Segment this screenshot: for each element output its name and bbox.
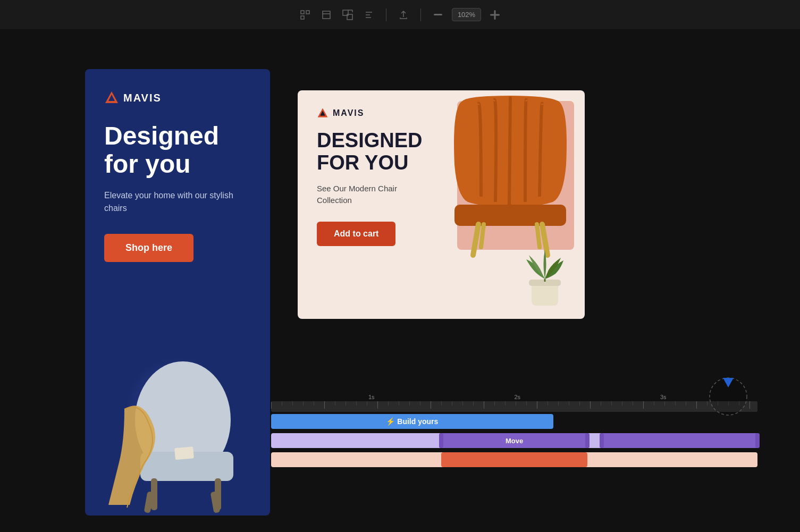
- track-row-orange: [271, 451, 757, 468]
- move-label: Move: [506, 437, 523, 445]
- move-track-end[interactable]: [602, 433, 757, 448]
- track-row-build-yours: ⚡ Build yours: [271, 413, 757, 430]
- svg-rect-19: [174, 446, 194, 460]
- track-row-move: Move: [271, 432, 757, 449]
- playhead-cursor: [707, 375, 750, 418]
- track-handle-right[interactable]: [585, 433, 590, 448]
- canvas-area: MAVIS Designed for you Elevate your home…: [0, 29, 800, 532]
- svg-rect-26: [454, 205, 566, 226]
- svg-rect-37: [271, 401, 757, 412]
- chair-image-vertical: [85, 292, 270, 516]
- svg-rect-1: [306, 11, 309, 14]
- vertical-headline: Designed for you: [104, 122, 251, 179]
- transform-icon[interactable]: [340, 7, 355, 22]
- build-yours-label: ⚡ Build yours: [386, 417, 438, 426]
- zoom-value: 102%: [458, 11, 475, 19]
- add-to-cart-button[interactable]: Add to cart: [317, 222, 395, 246]
- svg-line-27: [473, 224, 478, 255]
- svg-rect-14: [490, 14, 500, 15]
- resize-icon[interactable]: [298, 7, 313, 22]
- zoom-level-display[interactable]: 102%: [452, 8, 481, 21]
- horizontal-subtext: See Our Modern Chair Collection: [317, 183, 434, 207]
- orange-track[interactable]: [441, 452, 587, 467]
- horizontal-banner: MAVIS DESIGNED FOR YOU See Our Modern Ch…: [298, 90, 585, 319]
- ruler-label-3: 3s: [660, 394, 667, 400]
- timeline-area: 1s 2s 3s: [271, 393, 757, 468]
- svg-rect-0: [301, 11, 304, 14]
- orange-chair-image: [441, 90, 585, 260]
- playhead-area: [707, 375, 750, 418]
- mavis-logo-icon-h: [317, 107, 329, 119]
- shop-here-button[interactable]: Shop here: [104, 234, 193, 262]
- export-icon[interactable]: [396, 7, 411, 22]
- ruler-label-1: 1s: [368, 394, 375, 400]
- vertical-brand-logo: MAVIS: [104, 90, 251, 105]
- ruler-label-2: 2s: [515, 394, 521, 400]
- svg-line-29: [481, 224, 484, 247]
- vertical-banner: MAVIS Designed for you Elevate your home…: [85, 69, 270, 516]
- mavis-brand-name-v: MAVIS: [123, 92, 162, 104]
- timeline-tracks: ⚡ Build yours Move: [271, 413, 757, 468]
- svg-rect-12: [434, 14, 442, 15]
- track-end-handle-left[interactable]: [600, 433, 604, 448]
- move-track[interactable]: Move: [441, 433, 587, 448]
- build-yours-track[interactable]: ⚡ Build yours: [271, 414, 553, 429]
- timeline-ruler: 1s 2s 3s: [271, 393, 757, 412]
- horizontal-headline: DESIGNED FOR YOU: [317, 130, 455, 174]
- zoom-in-icon[interactable]: [487, 7, 502, 22]
- toolbar-divider-2: [420, 9, 421, 21]
- ruler-bar: [271, 401, 757, 412]
- mavis-logo-icon-v: [104, 90, 119, 105]
- frame-icon[interactable]: [319, 7, 334, 22]
- toolbar: 102%: [0, 0, 800, 29]
- chair-svg-vertical: [98, 303, 257, 516]
- track-end-handle-right[interactable]: [755, 433, 760, 448]
- ruler-ticks: [271, 401, 757, 412]
- plant-svg: [521, 239, 569, 308]
- track-handle-left[interactable]: [439, 433, 443, 448]
- vertical-subtext: Elevate your home with our stylish chair…: [104, 189, 251, 215]
- mavis-brand-name-h: MAVIS: [333, 108, 364, 118]
- playhead-triangle: [723, 378, 734, 387]
- zoom-out-icon[interactable]: [431, 7, 445, 22]
- align-icon[interactable]: [361, 7, 376, 22]
- svg-rect-2: [301, 16, 304, 19]
- svg-rect-3: [323, 11, 330, 19]
- toolbar-divider: [386, 9, 386, 21]
